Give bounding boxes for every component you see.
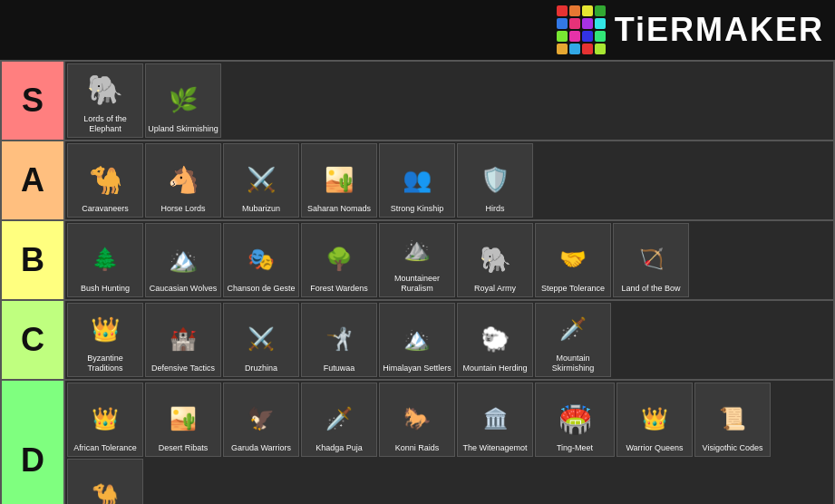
item-mubarizun[interactable]: ⚔️ Mubarizun	[223, 143, 299, 218]
item-forest-wardens[interactable]: 🌳 Forest Wardens	[301, 223, 377, 297]
logo-cell	[582, 5, 593, 16]
item-ting-meet[interactable]: 🏟️ Ting-Meet	[535, 383, 615, 457]
druzhina-icon: ⚔️	[234, 316, 288, 362]
item-label: Visigothic Codes	[703, 443, 763, 453]
plant-icon: 🌿	[156, 77, 210, 122]
logo-cell	[595, 18, 606, 29]
item-label: Desert Ribats	[159, 443, 209, 453]
item-futuwaa[interactable]: 🤺 Futuwaa	[301, 303, 377, 377]
item-horse-lords[interactable]: 🐴 Horse Lords	[145, 143, 221, 218]
forest-icon: 🌳	[312, 237, 366, 282]
tier-items-b: 🌲 Bush Hunting 🏔️ Caucasian Wolves 🎭 Cha…	[65, 221, 833, 299]
item-desert-ribats[interactable]: 🏜️ Desert Ribats	[145, 383, 221, 457]
header: TiERMAKER	[0, 0, 835, 60]
item-label: Horse Lords	[160, 204, 205, 214]
kinship-icon: 👥	[390, 157, 444, 202]
item-label: Konni Raids	[395, 443, 440, 453]
item-strong-kinship[interactable]: 👥 Strong Kinship	[379, 143, 455, 218]
item-mountain-herding[interactable]: 🐑 Mountain Herding	[457, 303, 533, 377]
item-label: Upland Skirmishing	[148, 124, 218, 134]
item-byzantine-traditions[interactable]: 👑 Byzantine Traditions	[67, 303, 143, 377]
item-the-witenagemot[interactable]: 🏛️ The Witenagemot	[457, 383, 533, 457]
tier-items-d: 👑 African Tolerance 🏜️ Desert Ribats 🦅 G…	[65, 381, 833, 504]
item-mountaineer-ruralism[interactable]: ⛰️ Mountaineer Ruralism	[379, 223, 455, 297]
item-label: Mountain Skirmishing	[538, 354, 608, 373]
item-saharan-nomads[interactable]: 🏜️ Saharan Nomads	[301, 143, 377, 218]
logo-cell	[557, 44, 568, 54]
logo-cell	[595, 44, 606, 54]
item-upland-skirmishing[interactable]: 🌿 Upland Skirmishing	[145, 63, 221, 138]
item-label: Saharan Nomads	[307, 204, 371, 214]
defensive-icon: 🏰	[156, 316, 210, 362]
item-visigothic-codes[interactable]: 📜 Visigothic Codes	[694, 383, 771, 457]
logo-cell	[557, 18, 568, 29]
visigothic-icon: 📜	[705, 396, 760, 441]
hirds-icon: 🛡️	[468, 157, 522, 202]
item-himalayan-settlers[interactable]: 🏔️ Himalayan Settlers	[379, 303, 455, 377]
item-royal-army[interactable]: 🐘 Royal Army	[457, 223, 533, 297]
logo-cell	[569, 18, 580, 29]
horse-icon: 🐴	[156, 157, 210, 202]
item-label: Steppe Tolerance	[541, 284, 605, 294]
konni-icon: 🐎	[390, 396, 444, 441]
desert-icon: 🏜️	[156, 396, 210, 441]
logo-grid	[557, 5, 606, 54]
item-label: Garuda Warriors	[231, 443, 291, 453]
item-label: Defensive Tactics	[151, 363, 215, 373]
item-label: Lords of the Elephant	[70, 114, 141, 134]
tier-label-b: B	[2, 221, 65, 299]
ting-icon: 🏟️	[548, 396, 602, 441]
item-mountain-skirmishing[interactable]: 🗡️ Mountain Skirmishing	[535, 303, 611, 377]
elephant2-icon: 🐘	[468, 237, 522, 282]
tier-label-c: C	[2, 301, 65, 379]
item-lords-elephant[interactable]: 🐘 Lords of the Elephant	[67, 63, 143, 138]
item-warrior-queens[interactable]: 👑 Warrior Queens	[617, 383, 693, 457]
item-khadga-puja[interactable]: 🗡️ Khadga Puja	[301, 383, 377, 457]
item-druzhina[interactable]: ⚔️ Druzhina	[223, 303, 299, 377]
item-label: Ting-Meet	[557, 443, 593, 453]
item-caravaneers[interactable]: 🐪 Caravaneers	[67, 143, 143, 218]
tier-label-s: S	[2, 62, 65, 140]
item-label: Druzhina	[245, 363, 277, 373]
item-caucasian-wolves[interactable]: 🏔️ Caucasian Wolves	[145, 223, 221, 297]
herding-icon: 🐑	[468, 316, 522, 362]
logo-cell	[569, 44, 580, 54]
steppe-icon: 🤝	[546, 237, 600, 282]
item-african-tolerance[interactable]: 👑 African Tolerance	[67, 383, 143, 457]
nomad-icon: 🏜️	[312, 157, 366, 202]
item-konni-raids[interactable]: 🐎 Konni Raids	[379, 383, 455, 457]
item-land-bow[interactable]: 🏹 Land of the Bow	[613, 223, 689, 297]
logo-cell	[557, 31, 568, 42]
garuda-icon: 🦅	[234, 396, 288, 441]
logo-cell	[557, 5, 568, 16]
desert-t-icon: 🐪	[78, 472, 132, 504]
item-label: Mountain Herding	[462, 363, 527, 373]
himalayan-icon: 🏔️	[390, 316, 444, 362]
item-label: Khadga Puja	[316, 443, 363, 453]
item-label: Land of the Bow	[621, 284, 680, 294]
tier-row-s: S 🐘 Lords of the Elephant 🌿 Upland Skirm…	[2, 62, 833, 141]
item-chanson-de-geste[interactable]: 🎭 Chanson de Geste	[223, 223, 299, 297]
mountaineer-icon: ⛰️	[390, 227, 444, 272]
tier-label-d: D	[2, 381, 65, 504]
item-garuda-warriors[interactable]: 🦅 Garuda Warriors	[223, 383, 299, 457]
logo-cell	[569, 5, 580, 16]
tier-items-a: 🐪 Caravaneers 🐴 Horse Lords ⚔️ Mubarizun…	[65, 141, 833, 219]
item-bush-hunting[interactable]: 🌲 Bush Hunting	[67, 223, 143, 297]
witenagemot-icon: 🏛️	[468, 396, 522, 441]
item-steppe-tolerance[interactable]: 🤝 Steppe Tolerance	[535, 223, 611, 297]
item-desert-travelers[interactable]: 🐪 Desert Travelers	[67, 459, 143, 504]
logo-cell	[595, 5, 606, 16]
futuwaa-icon: 🤺	[312, 316, 366, 362]
item-defensive-tactics[interactable]: 🏰 Defensive Tactics	[145, 303, 221, 377]
tiermaker-logo: TiERMAKER	[557, 5, 824, 54]
logo-cell	[582, 44, 593, 54]
logo-cell	[569, 31, 580, 42]
crown-icon: 👑	[78, 306, 132, 352]
item-label: Bush Hunting	[81, 284, 130, 294]
tier-row-a: A 🐪 Caravaneers 🐴 Horse Lords ⚔️ Mubariz…	[2, 141, 833, 221]
item-label: Futuwaa	[324, 363, 355, 373]
tier-items-c: 👑 Byzantine Traditions 🏰 Defensive Tacti…	[65, 301, 833, 379]
item-hirds[interactable]: 🛡️ Hirds	[457, 143, 533, 218]
item-label: Mountaineer Ruralism	[382, 274, 452, 294]
